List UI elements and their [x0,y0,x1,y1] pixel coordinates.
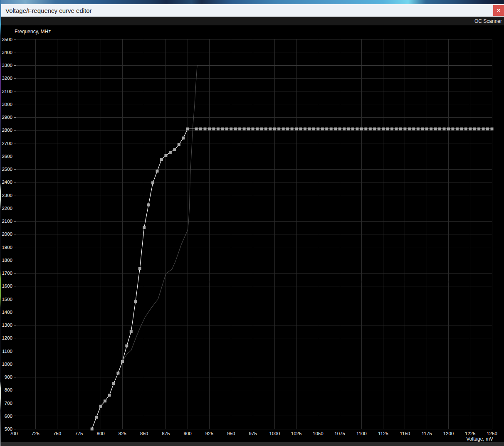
curve-node[interactable] [430,128,432,131]
curve-node[interactable] [208,128,211,131]
curve-node[interactable] [104,399,106,402]
curve-node[interactable] [234,128,237,131]
curve-node[interactable] [277,128,280,131]
curve-node[interactable] [486,128,489,131]
curve-node[interactable] [412,128,415,131]
curve-node[interactable] [199,128,202,131]
curve-node[interactable] [238,128,241,131]
curve-node[interactable] [399,128,402,131]
curve-node[interactable] [186,128,189,131]
curve-node[interactable] [217,128,220,131]
curve-node[interactable] [356,128,358,131]
curve-node[interactable] [443,128,446,131]
curve-node[interactable] [99,405,102,408]
curve-node[interactable] [378,128,380,131]
curve-node[interactable] [295,128,298,131]
curve-node[interactable] [195,128,198,131]
curve-node[interactable] [425,128,428,131]
curve-node[interactable] [264,128,267,131]
curve-node[interactable] [421,128,424,131]
curve-node[interactable] [360,128,363,131]
y-tick-label: 1600 [2,283,12,288]
curve-node[interactable] [95,416,98,419]
curve-node[interactable] [460,128,463,131]
curve-node[interactable] [390,128,393,131]
curve-node[interactable] [408,128,411,131]
curve-node[interactable] [178,143,180,146]
curve-node[interactable] [382,128,385,131]
curve-node[interactable] [247,128,250,131]
curve-node[interactable] [260,128,263,131]
curve-node[interactable] [134,300,137,303]
curve-node[interactable] [451,128,454,131]
curve-node[interactable] [164,154,167,157]
oc-scanner-button[interactable]: OC Scanner [474,18,502,24]
curve-node[interactable] [243,128,246,131]
curve-node[interactable] [273,128,276,131]
curve-node[interactable] [116,372,119,375]
curve-node[interactable] [491,128,494,131]
curve-node[interactable] [403,128,406,131]
curve-node[interactable] [125,345,128,347]
curve-node[interactable] [369,128,372,131]
curve-node[interactable] [169,151,172,154]
curve-node[interactable] [143,226,146,229]
curve-node[interactable] [299,128,302,131]
curve-node[interactable] [108,394,111,397]
curve-node[interactable] [204,128,207,131]
curve-node[interactable] [438,128,441,131]
curve-node[interactable] [316,128,319,131]
curve-node[interactable] [156,170,159,172]
curve-node[interactable] [325,128,328,131]
curve-node[interactable] [147,203,150,206]
curve-node[interactable] [464,128,467,131]
curve-node[interactable] [112,382,115,385]
curve-node[interactable] [351,128,354,131]
curve-node[interactable] [173,148,176,151]
curve-node[interactable] [364,128,367,131]
curve-node[interactable] [282,128,285,131]
curve-node[interactable] [334,128,337,131]
curve-node[interactable] [330,128,333,131]
vf-curve-chart[interactable]: 5006007008009001000110012001300140015001… [1,25,504,442]
curve-node[interactable] [308,128,311,131]
curve-node[interactable] [256,128,259,131]
curve-node[interactable] [417,128,420,131]
curve-node[interactable] [343,128,346,131]
curve-node[interactable] [447,128,450,131]
y-tick-label: 3000 [2,102,12,107]
curve-node[interactable] [469,128,472,131]
close-button[interactable]: ✕ [493,5,504,16]
curve-node[interactable] [386,128,389,131]
curve-node[interactable] [138,267,141,270]
curve-node[interactable] [395,128,398,131]
curve-node[interactable] [482,128,485,131]
curve-node[interactable] [91,428,94,431]
curve-node[interactable] [212,128,215,131]
curve-node[interactable] [312,128,315,131]
curve-node[interactable] [434,128,437,131]
curve-node[interactable] [347,128,350,131]
curve-node[interactable] [321,128,324,131]
y-tick-label: 2200 [2,206,12,211]
x-tick-label: 1100 [356,431,367,436]
curve-node[interactable] [230,128,232,131]
curve-node[interactable] [182,137,185,140]
curve-node[interactable] [121,360,124,363]
curve-node[interactable] [373,128,376,131]
curve-node[interactable] [477,128,480,131]
curve-node[interactable] [269,128,272,131]
curve-node[interactable] [338,128,341,131]
curve-node[interactable] [160,158,163,161]
x-tick-label: 1000 [269,431,280,436]
curve-node[interactable] [291,128,294,131]
curve-node[interactable] [130,330,133,333]
curve-node[interactable] [221,128,224,131]
curve-node[interactable] [456,128,459,131]
curve-node[interactable] [225,128,228,131]
curve-node[interactable] [286,128,289,131]
curve-node[interactable] [473,128,476,131]
curve-node[interactable] [151,181,154,184]
curve-node[interactable] [252,128,254,131]
curve-node[interactable] [304,128,306,131]
